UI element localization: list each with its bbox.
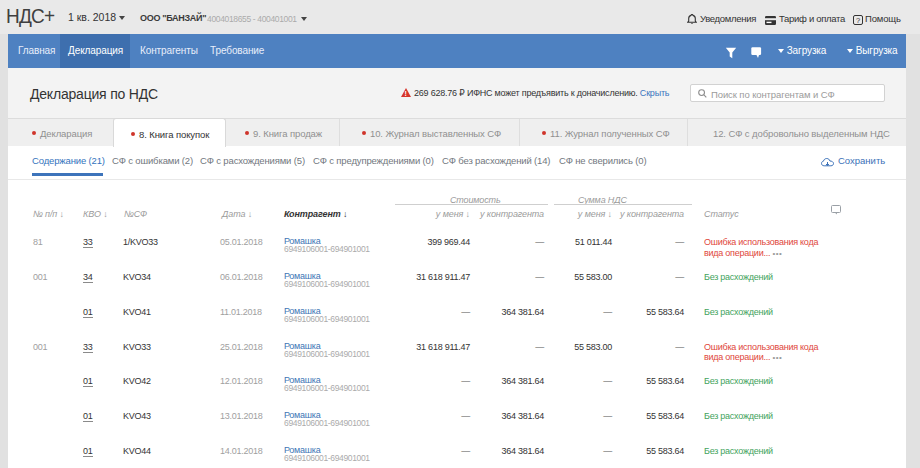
svg-text:?: ? <box>856 15 860 24</box>
